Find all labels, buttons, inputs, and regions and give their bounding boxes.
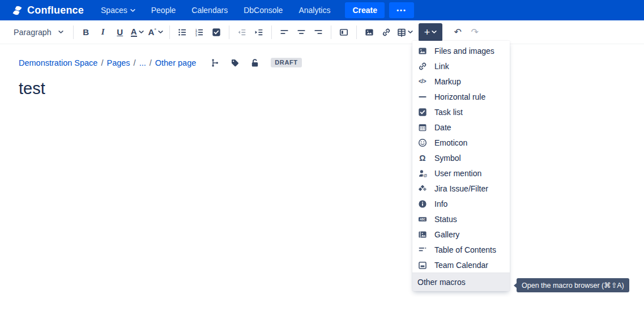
menu-item-markup[interactable]: </>Markup [412, 74, 510, 89]
insert-menu-items: Files and imagesLink</>MarkupHorizontal … [412, 43, 510, 273]
nav-item-spaces[interactable]: Spaces [101, 6, 135, 15]
breadcrumb-item-pages[interactable]: Pages [106, 58, 130, 67]
status-badge: DRAFT [271, 58, 301, 67]
breadcrumb-item-demonstration-space[interactable]: Demonstration Space [19, 58, 97, 67]
team-calendar-icon [417, 261, 427, 270]
toolbar-divider [331, 25, 331, 39]
nav-item-analytics[interactable]: Analytics [298, 6, 330, 15]
page-actions [211, 58, 259, 67]
menu-item-status[interactable]: ABCStatus [412, 211, 510, 227]
menu-item-label: Horizontal rule [434, 92, 485, 101]
nav-item-people[interactable]: People [151, 6, 176, 15]
emoticon-icon [417, 138, 427, 147]
menu-item-label: Markup [434, 77, 461, 86]
outdent-button [233, 23, 250, 41]
markup-icon: </> [417, 79, 427, 84]
bullet-list-button[interactable] [174, 23, 191, 41]
insert-link-button[interactable] [378, 23, 395, 41]
toolbar-divider [73, 25, 74, 39]
link-icon [417, 62, 427, 71]
insert-table-button[interactable] [395, 23, 415, 41]
breadcrumb-item-other-page[interactable]: Other page [155, 58, 197, 67]
task-list-button[interactable] [208, 23, 225, 41]
page-title[interactable]: test [19, 79, 644, 98]
menu-item-label: Table of Contents [434, 245, 496, 254]
undo-icon: ↶ [454, 28, 461, 37]
menu-item-other-macros[interactable]: Other macros [412, 273, 510, 291]
insert-image-button[interactable] [361, 23, 378, 41]
menu-item-symbol[interactable]: ΩSymbol [412, 150, 510, 165]
ellipsis-icon: ••• [396, 7, 407, 14]
align-right-button[interactable] [310, 23, 327, 41]
menu-item-table-of-contents[interactable]: Table of Contents [412, 242, 510, 257]
breadcrumb-item-[interactable]: ... [139, 58, 146, 67]
paragraph-style-label: Paragraph [14, 28, 52, 37]
label-icon[interactable] [231, 58, 240, 67]
indent-icon [254, 28, 263, 37]
chevron-down-icon [58, 30, 63, 34]
nav-item-calendars[interactable]: Calendars [191, 6, 228, 15]
insert-image-icon [365, 28, 374, 37]
underline-icon: U [117, 28, 123, 36]
menu-item-horizontal-rule[interactable]: Horizontal rule [412, 89, 510, 104]
italic-button[interactable]: I [95, 23, 112, 41]
breadcrumb-row: Demonstration Space/Pages/.../Other page… [19, 58, 644, 67]
jira-icon [417, 184, 427, 193]
menu-item-task-list[interactable]: Task list [412, 104, 510, 120]
page-layout-button[interactable] [335, 23, 352, 41]
numbered-list-button[interactable]: 123 [191, 23, 208, 41]
menu-item-info[interactable]: Info [412, 196, 510, 211]
indent-button[interactable] [250, 23, 267, 41]
bullet-list-icon [178, 28, 187, 37]
svg-text:ABC: ABC [420, 218, 426, 220]
menu-item-label: User mention [434, 169, 481, 178]
menu-item-emoticon[interactable]: Emoticon [412, 135, 510, 150]
text-color-icon: A [131, 27, 137, 37]
menu-item-label: Link [434, 62, 449, 71]
breadcrumb: Demonstration Space/Pages/.../Other page [19, 58, 196, 67]
menu-item-label: Files and images [434, 46, 494, 56]
bold-icon: B [83, 28, 89, 36]
underline-button[interactable]: U [112, 23, 129, 41]
create-button[interactable]: Create [345, 2, 385, 18]
task-list-icon [212, 28, 221, 37]
menu-item-jira-issue-filter[interactable]: Jira Issue/Filter [412, 181, 510, 196]
align-center-icon [297, 28, 306, 37]
bold-button[interactable]: B [78, 23, 95, 41]
nav-item-label: Calendars [191, 6, 228, 15]
brand-name: Confluence [27, 5, 84, 16]
more-formatting-button[interactable]: A° [146, 23, 165, 41]
confluence-logo[interactable]: Confluence [11, 5, 84, 16]
toolbar-divider [271, 25, 272, 39]
nav-item-dbconsole[interactable]: DbConsole [244, 6, 283, 15]
chevron-down-icon [158, 30, 163, 34]
gallery-icon [417, 230, 427, 239]
table-of-contents-icon [417, 245, 427, 254]
align-right-icon [314, 28, 323, 37]
text-color-button[interactable]: A [129, 23, 146, 41]
editor-toolbar: Paragraph BIUAA°123+↶↷ [0, 20, 644, 44]
symbol-icon: Ω [417, 154, 427, 162]
svg-text:@: @ [423, 173, 427, 178]
chevron-down-icon [408, 30, 413, 34]
menu-item-files-and-images[interactable]: Files and images [412, 43, 510, 58]
menu-item-user-mention[interactable]: @User mention [412, 165, 510, 181]
paragraph-style-select[interactable]: Paragraph [8, 23, 69, 41]
insert-link-icon [382, 28, 391, 37]
user-mention-icon: @ [417, 169, 427, 178]
nav-more-button[interactable]: ••• [389, 2, 414, 18]
menu-item-link[interactable]: Link [412, 58, 510, 74]
page-tree-icon[interactable] [211, 58, 220, 67]
page-layout-icon [339, 28, 348, 37]
files-and-images-icon [417, 46, 427, 56]
align-center-button[interactable] [293, 23, 310, 41]
redo-button: ↷ [466, 23, 483, 41]
insert-plus-button[interactable]: + [419, 23, 443, 41]
menu-item-date[interactable]: Date [412, 120, 510, 135]
unlock-icon[interactable] [250, 58, 259, 67]
undo-button[interactable]: ↶ [449, 23, 466, 41]
align-left-button[interactable] [276, 23, 293, 41]
menu-item-team-calendar[interactable]: Team Calendar [412, 257, 510, 273]
menu-item-gallery[interactable]: Gallery [412, 227, 510, 242]
menu-item-label: Gallery [434, 230, 459, 239]
